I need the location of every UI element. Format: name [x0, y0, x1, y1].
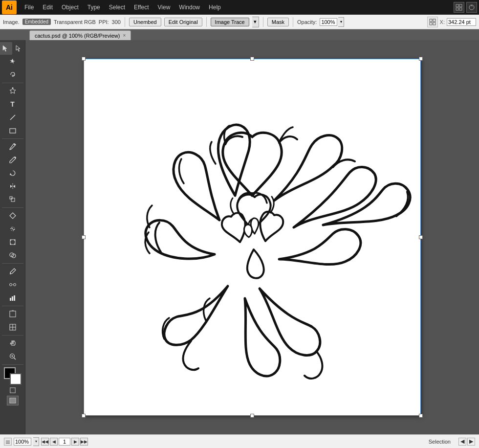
blend-tool[interactable]	[6, 278, 19, 291]
shaper-tool[interactable]	[6, 209, 19, 222]
pencil-tool[interactable]	[6, 154, 19, 166]
slice-tool[interactable]	[6, 321, 19, 334]
unembed-button[interactable]: Unembed	[129, 18, 161, 26]
svg-point-9	[12, 88, 13, 89]
menu-edit[interactable]: Edit	[39, 2, 57, 12]
menu-view[interactable]: View	[154, 2, 174, 12]
tab-close-button[interactable]: ×	[123, 33, 126, 38]
prev-page-button[interactable]: ◀	[50, 438, 58, 446]
menu-help[interactable]: Help	[205, 2, 225, 12]
pen-tool[interactable]	[6, 85, 19, 97]
separator-3	[263, 17, 263, 27]
last-page-button[interactable]: ▶▶	[80, 438, 88, 446]
reflect-tool[interactable]	[6, 180, 19, 193]
svg-rect-13	[11, 198, 15, 202]
rectangle-tool[interactable]	[6, 124, 19, 137]
fill-stroke-control[interactable]	[4, 367, 22, 385]
menu-effect[interactable]: Effect	[130, 2, 152, 12]
type-icon: T	[10, 100, 15, 108]
zoom-dropdown[interactable]: ▾	[33, 437, 39, 446]
magic-wand-tool[interactable]	[6, 55, 19, 68]
selection-tool-group	[0, 42, 25, 55]
tool-divider-6	[2, 335, 23, 336]
ppi-value: 300	[112, 19, 121, 25]
warp-tool[interactable]	[6, 223, 19, 235]
status-left-section: ▾ ◀◀ ◀ ▶ ▶▶	[4, 437, 88, 446]
ppi-label: PPI:	[99, 19, 109, 25]
artboard-tool[interactable]	[6, 308, 19, 320]
arrange-icon[interactable]	[427, 17, 438, 27]
separator-4	[293, 17, 293, 27]
line-segment-tool[interactable]	[6, 111, 19, 124]
hand-tool[interactable]	[6, 337, 19, 350]
tab-bar: cactus.psd @ 100% (RGB/Preview) ×	[0, 29, 479, 40]
svg-rect-46	[6, 443, 10, 444]
svg-line-40	[11, 388, 15, 392]
menu-select[interactable]: Select	[105, 2, 129, 12]
menu-window[interactable]: Window	[175, 2, 204, 12]
svg-rect-29	[14, 295, 15, 301]
status-right-section: Selection	[429, 439, 451, 445]
menu-file[interactable]: File	[21, 2, 38, 12]
shape-builder-tool[interactable]	[6, 249, 19, 262]
tool-divider-4	[2, 263, 23, 264]
tool-divider-2	[2, 138, 23, 139]
svg-rect-20	[10, 244, 11, 245]
page-number-input[interactable]	[59, 438, 70, 446]
svg-point-25	[13, 284, 16, 286]
tab-filename: cactus.psd @ 100% (RGB/Preview)	[35, 33, 120, 39]
zoom-tool[interactable]	[6, 350, 19, 363]
screen-mode-button[interactable]	[7, 396, 19, 405]
svg-rect-18	[10, 240, 11, 241]
scale-tool[interactable]	[6, 193, 19, 206]
svg-rect-45	[6, 442, 10, 442]
image-trace-dropdown[interactable]: ▾	[252, 17, 259, 27]
svg-rect-7	[430, 22, 432, 25]
paintbrush-tool[interactable]	[6, 140, 19, 153]
first-page-button[interactable]: ◀◀	[41, 438, 49, 446]
menu-type[interactable]: Type	[84, 2, 104, 12]
svg-rect-44	[6, 441, 10, 441]
scroll-right-button[interactable]: ▶	[467, 438, 475, 446]
menu-object[interactable]: Object	[58, 2, 83, 12]
app-logo: Ai	[2, 0, 17, 14]
workspace: T	[0, 40, 479, 434]
properties-bar: Image. Embedded Transparent RGB PPI: 300…	[0, 15, 479, 29]
workspace-icon[interactable]	[454, 2, 464, 13]
eyedropper-tool[interactable]	[6, 265, 19, 278]
next-page-button[interactable]: ▶	[71, 438, 79, 446]
mask-button[interactable]: Mask	[267, 18, 289, 26]
tool-divider-5	[2, 306, 23, 306]
lasso-tool[interactable]	[6, 68, 19, 81]
opacity-dropdown[interactable]: ▾	[338, 17, 344, 27]
svg-line-10	[10, 115, 15, 120]
x-coordinate-input[interactable]	[447, 18, 476, 26]
no-color-button[interactable]	[10, 387, 16, 393]
direct-selection-tool[interactable]	[13, 42, 25, 55]
tool-divider-3	[2, 207, 23, 208]
free-transform-tool[interactable]	[6, 236, 19, 248]
embedded-badge: Embedded	[22, 19, 51, 25]
separator-1	[125, 17, 125, 27]
zoom-input[interactable]	[14, 438, 31, 446]
opacity-input[interactable]	[320, 18, 337, 26]
rotate-tool[interactable]	[6, 167, 19, 179]
svg-rect-1	[459, 4, 462, 7]
tool-divider-1	[2, 83, 23, 83]
edit-original-button[interactable]: Edit Original	[164, 18, 202, 26]
status-menu-button[interactable]	[4, 438, 12, 446]
svg-line-37	[14, 358, 16, 360]
svg-rect-30	[10, 311, 16, 317]
type-tool[interactable]: T	[6, 98, 19, 111]
breadcrumb-icon[interactable]	[466, 2, 477, 13]
document-tab[interactable]: cactus.psd @ 100% (RGB/Preview) ×	[29, 30, 131, 40]
page-navigation: ◀◀ ◀ ▶ ▶▶	[41, 438, 88, 446]
chart-tool[interactable]	[6, 291, 19, 304]
selection-tool[interactable]	[0, 42, 12, 55]
image-trace-button[interactable]: Image Trace	[211, 18, 249, 26]
scroll-left-button[interactable]: ◀	[458, 438, 466, 446]
opacity-label: Opacity:	[297, 19, 317, 25]
stroke-box[interactable]	[10, 373, 22, 385]
canvas-area[interactable]	[25, 40, 479, 434]
svg-rect-21	[14, 244, 15, 245]
